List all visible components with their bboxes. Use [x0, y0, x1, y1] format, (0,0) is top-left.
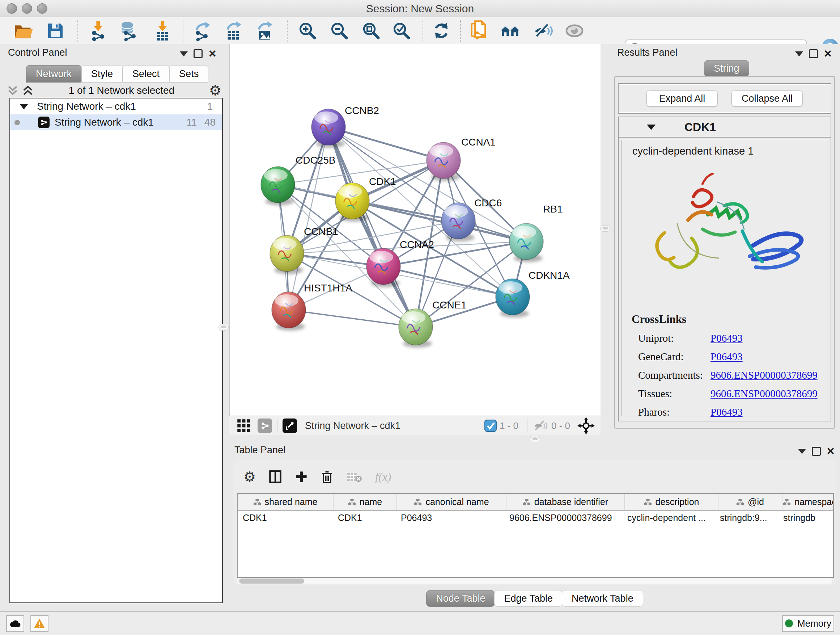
panel-float-icon[interactable] [194, 49, 202, 58]
crosslink-link[interactable]: 9606.ENSP00000378699 [711, 388, 818, 400]
new-network-from-selection-button[interactable] [470, 21, 490, 41]
crosslink-link[interactable]: P06493 [711, 406, 743, 418]
table-hscrollbar-thumb[interactable] [239, 578, 304, 584]
export-image-button[interactable] [255, 21, 275, 41]
network-row[interactable]: String Network – cdk1 11 48 [10, 114, 222, 130]
vertical-splitter[interactable] [600, 44, 609, 435]
panel-close-icon[interactable]: ✕ [827, 448, 835, 455]
collapse-all-button[interactable]: Collapse All [731, 90, 803, 106]
delete-icon[interactable] [321, 470, 333, 484]
show-columns-icon[interactable] [269, 470, 282, 484]
tab-network-table[interactable]: Network Table [562, 590, 643, 607]
network-node-hist1h1a[interactable] [272, 292, 306, 331]
table-cell[interactable]: cyclin-dependent ... [622, 511, 715, 524]
tab-sets[interactable]: Sets [169, 65, 208, 82]
zoom-fit-button[interactable] [361, 21, 381, 41]
crosslink-link[interactable]: 9606.ENSP00000378699 [711, 369, 818, 381]
network-edge[interactable] [328, 127, 444, 160]
tab-node-table[interactable]: Node Table [426, 590, 495, 607]
tab-edge-table[interactable]: Edge Table [494, 590, 562, 607]
column-header-description[interactable]: description [625, 494, 718, 510]
column-header-name[interactable]: name [333, 494, 397, 510]
network-edge[interactable] [328, 127, 416, 327]
table-cell[interactable]: P06493 [396, 511, 504, 524]
tab-network[interactable]: Network [26, 65, 81, 82]
network-node-ccnb1[interactable] [270, 235, 304, 274]
hide-selected-button[interactable] [533, 21, 554, 41]
network-edge[interactable] [384, 266, 513, 297]
panel-float-icon[interactable] [809, 49, 818, 58]
open-in-window-icon[interactable] [283, 418, 297, 433]
add-column-icon[interactable] [295, 470, 308, 483]
export-table-button[interactable] [224, 21, 244, 41]
zoom-selected-button[interactable] [392, 21, 412, 41]
panel-collapse-icon[interactable] [795, 51, 803, 57]
panel-close-icon[interactable]: ✕ [824, 50, 832, 57]
splitter-handle[interactable] [600, 225, 610, 232]
expand-all-button[interactable]: Expand All [646, 90, 718, 106]
warnings-button[interactable] [30, 615, 49, 632]
gene-header-row[interactable]: CDK1 [619, 117, 831, 138]
gene-collapse-icon[interactable] [647, 125, 655, 130]
panel-close-icon[interactable]: ✕ [208, 50, 217, 57]
column-header-namespace[interactable]: namespace [783, 494, 834, 510]
table-options-icon[interactable]: ⚙ [243, 470, 256, 484]
panel-float-icon[interactable] [812, 447, 821, 456]
network-share-icon[interactable] [257, 418, 272, 433]
network-node-rb1[interactable] [509, 223, 543, 262]
network-node-cdk1[interactable] [335, 183, 369, 222]
expand-all-icon[interactable] [22, 85, 34, 96]
tab-style[interactable]: Style [81, 65, 123, 82]
import-network-file-button[interactable] [88, 21, 108, 41]
tab-select[interactable]: Select [123, 65, 169, 82]
network-node-ccne1[interactable] [399, 309, 433, 348]
apply-layout-button[interactable] [431, 21, 452, 41]
import-table-button[interactable] [152, 21, 172, 41]
panel-collapse-icon[interactable] [180, 51, 188, 57]
hidden-eye-icon[interactable] [532, 419, 548, 432]
network-list-options-icon[interactable]: ⚙ [209, 84, 221, 97]
network-node-cdkn1a[interactable] [496, 279, 530, 318]
column-header-database-identifier[interactable]: database identifier [507, 494, 625, 510]
cloud-status-button[interactable] [6, 615, 24, 632]
save-session-button[interactable] [45, 21, 65, 41]
collapse-all-icon[interactable] [6, 85, 19, 96]
graphics-details-button[interactable] [500, 21, 520, 41]
export-network-button[interactable] [193, 21, 213, 41]
fit-selected-crosshair-icon[interactable] [577, 417, 595, 434]
network-graph[interactable]: CCNB2CCNA1CDC25BCDK1CDC6RB1CCNB1CCNA2CDK… [230, 44, 601, 416]
network-node-ccna1[interactable] [426, 142, 461, 181]
table-cell[interactable]: 9606.ENSP00000378699 [504, 511, 622, 524]
zoom-out-button[interactable] [329, 21, 349, 41]
grid-view-icon[interactable] [237, 418, 251, 433]
column-header-shared-name[interactable]: shared name [238, 494, 333, 510]
selected-checkbox-icon[interactable] [485, 420, 497, 432]
network-node-ccnb2[interactable] [311, 109, 346, 148]
show-all-button[interactable] [564, 21, 584, 41]
column-header-id[interactable]: @id [718, 494, 783, 510]
panel-collapse-icon[interactable] [798, 449, 806, 454]
column-header-canonical-name[interactable]: canonical name [397, 494, 507, 510]
import-network-database-button[interactable] [118, 21, 138, 41]
crosslink-link[interactable]: P06493 [711, 333, 743, 344]
node-table[interactable]: shared namenamecanonical namedatabase id… [237, 493, 834, 578]
tab-string[interactable]: String [704, 60, 749, 77]
network-view-canvas[interactable]: CCNB2CCNA1CDC25BCDK1CDC6RB1CCNB1CCNA2CDK… [229, 44, 601, 416]
table-row[interactable]: CDK1CDK1P064939606.ENSP00000378699cyclin… [238, 511, 833, 524]
table-cell[interactable]: CDK1 [238, 511, 333, 524]
open-session-button[interactable] [14, 21, 34, 41]
table-cell[interactable]: stringdb [778, 511, 834, 524]
memory-button[interactable]: Memory [782, 615, 834, 632]
network-node-cdc25b[interactable] [261, 166, 295, 205]
network-collection-row[interactable]: String Network – cdk1 1 [10, 98, 222, 114]
zoom-in-button[interactable] [297, 21, 317, 41]
network-edge[interactable] [289, 310, 416, 327]
table-cell[interactable]: stringdb:9... [715, 511, 778, 524]
splitter-handle[interactable] [530, 436, 540, 442]
toolbar-separator [460, 20, 461, 42]
table-hscrollbar[interactable] [237, 578, 832, 584]
splitter-handle[interactable] [218, 324, 229, 331]
table-cell[interactable]: CDK1 [333, 511, 396, 524]
tree-expand-icon[interactable] [19, 104, 28, 109]
crosslink-link[interactable]: P06493 [711, 351, 743, 363]
